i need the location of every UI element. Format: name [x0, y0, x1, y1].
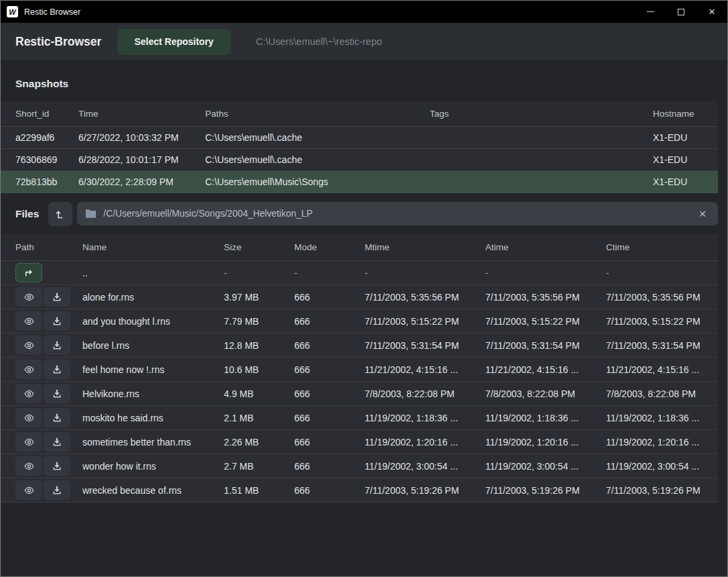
snapshot-time: 6/28/2022, 10:01:17 PM	[78, 154, 205, 165]
eye-icon	[23, 485, 35, 496]
file-size: -	[224, 268, 294, 278]
download-file-button[interactable]	[44, 456, 70, 476]
file-mode: -	[294, 268, 365, 278]
snapshot-paths: C:\Users\emuell\Music\Songs	[205, 176, 430, 187]
preview-file-button[interactable]	[15, 432, 42, 452]
preview-file-button[interactable]	[15, 335, 42, 355]
file-atime: 11/21/2002, 4:15:16 ...	[485, 364, 606, 375]
file-atime: 7/8/2003, 8:22:08 PM	[485, 388, 606, 399]
window-title: Restic Browser	[24, 7, 80, 17]
file-mode: 666	[294, 340, 365, 351]
file-mtime: 7/11/2003, 5:15:22 PM	[365, 316, 485, 327]
preview-file-button[interactable]	[15, 384, 42, 403]
current-path-bar[interactable]: ✕	[77, 202, 718, 225]
maximize-icon	[678, 9, 684, 15]
file-atime: 11/19/2002, 1:20:16 ...	[485, 437, 606, 448]
preview-file-button[interactable]	[15, 360, 42, 379]
snapshot-row[interactable]: a2299af6 6/27/2022, 10:03:32 PM C:\Users…	[1, 127, 718, 149]
download-file-button[interactable]	[44, 432, 70, 452]
file-size: 1.51 MB	[224, 485, 294, 496]
file-name: alone for.rns	[82, 292, 224, 303]
file-mode: 666	[294, 364, 365, 375]
file-mode: 666	[294, 461, 365, 472]
file-mtime: 7/11/2003, 5:19:26 PM	[365, 485, 485, 496]
download-file-button[interactable]	[44, 335, 70, 355]
eye-icon	[23, 388, 35, 399]
download-icon	[52, 340, 62, 351]
snapshot-hostname: X1-EDU	[653, 132, 718, 143]
current-path-input[interactable]	[103, 209, 692, 219]
download-file-button[interactable]	[44, 384, 70, 403]
close-button[interactable]: ✕	[696, 1, 727, 23]
empty-area	[1, 503, 727, 576]
select-repository-button[interactable]: Select Repository	[117, 29, 230, 55]
preview-file-button[interactable]	[15, 456, 42, 476]
file-mode: 666	[294, 388, 365, 399]
maximize-button[interactable]	[666, 1, 696, 23]
preview-file-button[interactable]	[15, 408, 42, 427]
file-mtime: -	[365, 268, 485, 278]
folder-icon	[85, 209, 97, 219]
parent-directory-button[interactable]	[48, 202, 72, 226]
snapshot-row[interactable]: 76306869 6/28/2022, 10:01:17 PM C:\Users…	[1, 149, 718, 171]
file-mode: 666	[294, 292, 365, 303]
snapshot-hostname: X1-EDU	[653, 176, 718, 187]
clear-path-button[interactable]: ✕	[692, 204, 713, 224]
column-short-id: Short_id	[15, 109, 78, 119]
file-row: moskito he said.rns 2.1 MB 666 11/19/200…	[1, 406, 718, 430]
column-atime: Atime	[485, 242, 606, 252]
file-name: sometimes better than.rns	[82, 437, 224, 448]
app-title: Restic-Browser	[15, 35, 101, 49]
file-ctime: 7/11/2003, 5:35:56 PM	[606, 292, 718, 303]
column-hostname: Hostname	[653, 109, 718, 119]
snapshots-section-header: Snapshots	[1, 60, 727, 101]
download-file-button[interactable]	[44, 360, 70, 379]
close-icon: ✕	[709, 7, 716, 17]
titlebar[interactable]: W Restic Browser ✕	[1, 1, 727, 23]
file-size: 2.1 MB	[224, 413, 294, 423]
eye-icon	[23, 413, 35, 423]
file-name: before l.rns	[82, 340, 224, 351]
preview-file-button[interactable]	[15, 311, 42, 331]
file-row: Helvikone.rns 4.9 MB 666 7/8/2003, 8:22:…	[1, 382, 718, 406]
file-ctime: 11/21/2002, 4:15:16 ...	[606, 364, 718, 375]
file-row: wonder how it.rns 2.7 MB 666 11/19/2002,…	[1, 454, 718, 478]
eye-icon	[23, 437, 35, 448]
download-icon	[52, 292, 62, 303]
file-mode: 666	[294, 316, 365, 327]
file-ctime: 11/19/2002, 3:00:54 ...	[606, 461, 718, 472]
file-ctime: 11/19/2002, 1:20:16 ...	[606, 437, 718, 448]
file-atime: 11/19/2002, 3:00:54 ...	[485, 461, 606, 472]
repository-path-text: C:\Users\emuell\~\restic-repo	[256, 36, 382, 47]
eye-icon	[23, 364, 35, 375]
file-name: and you thought l.rns	[82, 316, 224, 327]
file-atime: 7/11/2003, 5:31:54 PM	[485, 340, 606, 351]
file-size: 2.7 MB	[224, 461, 294, 472]
file-name: Helvikone.rns	[82, 388, 224, 399]
window-controls: ✕	[635, 1, 727, 23]
minimize-icon	[647, 11, 654, 12]
download-file-button[interactable]	[44, 287, 70, 307]
file-row: and you thought l.rns 7.79 MB 666 7/11/2…	[1, 309, 718, 333]
column-mtime: Mtime	[365, 242, 485, 252]
go-to-parent-button[interactable]	[15, 263, 42, 282]
snapshot-row[interactable]: 72b813bb 6/30/2022, 2:28:09 PM C:\Users\…	[1, 171, 718, 193]
file-name: feel home now !.rns	[82, 364, 224, 375]
file-row: before l.rns 12.8 MB 666 7/11/2003, 5:31…	[1, 333, 718, 358]
file-ctime: 7/11/2003, 5:19:26 PM	[606, 485, 718, 496]
preview-file-button[interactable]	[15, 480, 42, 500]
file-mtime: 11/19/2002, 3:00:54 ...	[365, 461, 485, 472]
download-file-button[interactable]	[44, 408, 70, 427]
file-row: sometimes better than.rns 2.26 MB 666 11…	[1, 430, 718, 454]
snapshots-table-body: a2299af6 6/27/2022, 10:03:32 PM C:\Users…	[1, 127, 727, 193]
preview-file-button[interactable]	[15, 287, 42, 307]
file-mtime: 7/11/2003, 5:35:56 PM	[365, 292, 485, 303]
download-file-button[interactable]	[44, 311, 70, 331]
file-size: 7.79 MB	[224, 316, 294, 327]
download-icon	[52, 316, 62, 327]
minimize-button[interactable]	[635, 1, 666, 23]
file-mtime: 7/8/2003, 8:22:08 PM	[365, 388, 485, 399]
up-then-right-arrow-icon	[23, 268, 34, 278]
file-atime: 7/11/2003, 5:15:22 PM	[485, 316, 606, 327]
download-file-button[interactable]	[44, 480, 70, 500]
